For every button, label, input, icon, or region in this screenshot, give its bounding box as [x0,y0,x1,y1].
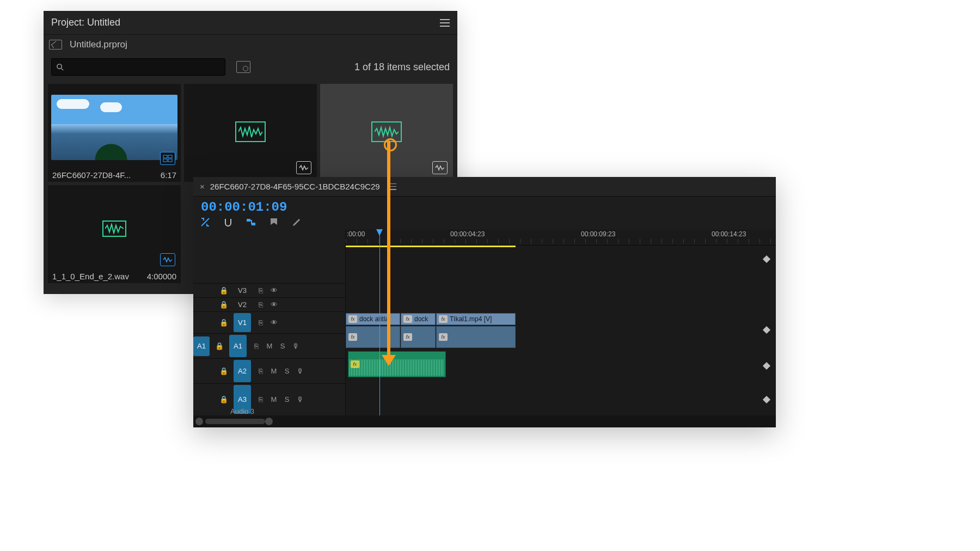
markers-icon[interactable] [268,217,279,228]
search-input[interactable] [51,58,225,76]
video-clip[interactable]: fx dock [401,313,436,325]
voiceover-icon[interactable]: 🎙 [289,342,302,350]
track-label[interactable]: A2 [234,360,251,382]
track-label[interactable]: V3 [234,285,251,296]
track-sublabel: Audio 3 [193,407,345,415]
mute-button[interactable]: M [267,367,280,375]
sequence-thumbnail [51,95,177,160]
clip-label: dock atitla [359,315,389,323]
svg-line-1 [61,68,63,70]
lock-icon[interactable]: 🔒 [217,367,230,375]
project-filename: Untitled.prproj [70,39,127,50]
voiceover-icon[interactable]: 🎙 [293,395,307,403]
mute-button[interactable]: M [267,395,280,403]
project-breadcrumb: Untitled.prproj [44,35,457,54]
audio-badge-icon [160,253,175,266]
svg-rect-7 [252,223,255,225]
snap-icon[interactable] [223,217,234,228]
timecode[interactable]: 00:00:01:09 [193,197,776,215]
sequence-name: 26FC6607-27D8-4F65-95CC-1BDCB24C9C29 [210,182,380,191]
bin-item-name: 1_1_0_End_e_2.wav [52,272,129,281]
bin-item-name: 26FC6607-27D8-4F... [52,170,131,180]
voiceover-icon[interactable]: 🎙 [293,367,307,375]
tracks: fx dock atitla fx dock fx TIkal1.mp4 [V]… [346,248,776,415]
audio-clip[interactable]: fx [401,326,436,348]
bin-item[interactable] [184,84,317,182]
project-title: Project: Untitled [51,17,120,28]
track-header-v1[interactable]: 🔒 V1 ⎘ 👁 [193,311,345,333]
svg-rect-6 [247,219,250,222]
sync-lock-icon[interactable]: ⎘ [254,301,267,309]
audio-badge-icon [296,161,311,174]
scroll-cap-icon[interactable] [265,418,273,425]
lock-icon[interactable]: 🔒 [217,286,230,295]
solo-button[interactable]: S [280,395,293,403]
track-header-v2[interactable]: 🔒 V2 ⎘ 👁 [193,297,345,311]
scroll-thumb[interactable] [205,419,265,424]
ruler-label: :00:00 [347,230,365,238]
audio-clip[interactable]: fx [346,326,400,348]
music-clip-selected[interactable]: fx [348,351,446,377]
bin-item[interactable]: 26FC6607-27D8-4F... 6:17 [48,84,181,182]
lock-icon[interactable]: 🔒 [217,301,230,309]
timeline-area[interactable]: :00:00 00:00:04:23 00:00:09:23 00:00:14:… [346,229,776,415]
track-label[interactable]: V2 [234,299,251,310]
work-area-bar[interactable] [346,246,516,247]
close-tab-icon[interactable]: × [200,182,205,191]
nest-toggle-icon[interactable] [200,217,211,228]
audio-badge-icon [432,161,448,174]
keyframe-column [764,256,770,394]
fx-badge-icon: fx [403,333,412,341]
scroll-cap-icon[interactable] [195,418,203,425]
playhead[interactable] [379,229,380,415]
linked-selection-icon[interactable] [246,217,256,228]
keyframe-diamond-icon[interactable] [763,362,770,370]
svg-rect-3 [168,155,172,158]
track-header-a1[interactable]: A1 🔒 A1 ⎘ M S 🎙 [193,333,345,358]
project-toolbar: 1 of 18 items selected [44,54,457,79]
solo-button[interactable]: S [280,367,293,375]
ruler-label: 00:00:04:23 [450,230,485,238]
clip-label: TIkal1.mp4 [V] [450,315,492,323]
lock-icon[interactable]: 🔒 [213,342,226,350]
audio-clip[interactable]: fx [436,326,516,348]
time-ruler[interactable]: :00:00 00:00:04:23 00:00:09:23 00:00:14:… [346,229,776,246]
svg-rect-5 [168,159,172,162]
fx-badge-icon: fx [439,315,448,323]
bin-item-selected[interactable] [320,84,453,182]
video-clip[interactable]: fx dock atitla [346,313,400,325]
audio-waveform-icon [371,121,402,142]
timeline-tab[interactable]: × 26FC6607-27D8-4F65-95CC-1BDCB24C9C29 [193,177,776,197]
keyframe-diamond-icon[interactable] [763,326,770,334]
bin-item[interactable]: 1_1_0_End_e_2.wav 4:00000 [48,185,181,283]
track-label[interactable]: V1 [234,313,251,332]
settings-icon[interactable] [291,217,302,228]
sequence-menu-icon[interactable] [389,183,396,190]
eye-icon[interactable]: 👁 [267,286,280,295]
source-patch[interactable]: A1 [193,336,210,356]
track-header-a2[interactable]: 🔒 A2 ⎘ M S 🎙 [193,358,345,383]
sync-lock-icon[interactable]: ⎘ [254,286,267,295]
mute-button[interactable]: M [263,342,276,350]
eye-icon[interactable]: 👁 [267,319,280,327]
sync-lock-icon[interactable]: ⎘ [254,395,267,403]
project-header: Project: Untitled [44,11,457,35]
solo-button[interactable]: S [276,342,289,350]
bin-item-duration: 4:00000 [147,272,176,281]
keyframe-diamond-icon[interactable] [763,255,770,263]
lock-icon[interactable]: 🔒 [217,319,230,327]
sync-lock-icon[interactable]: ⎘ [254,367,267,375]
sync-lock-icon[interactable]: ⎘ [250,342,263,350]
video-clip[interactable]: fx TIkal1.mp4 [V] [436,313,516,325]
lock-icon[interactable]: 🔒 [217,395,230,403]
track-header-v3[interactable]: 🔒 V3 ⎘ 👁 [193,283,345,297]
sync-lock-icon[interactable]: ⎘ [254,319,267,327]
new-search-bin-icon[interactable] [236,61,250,73]
audio-waveform-icon [102,221,126,237]
eye-icon[interactable]: 👁 [267,301,280,309]
bin-up-icon[interactable] [49,40,62,50]
timeline-panel: × 26FC6607-27D8-4F65-95CC-1BDCB24C9C29 0… [193,177,776,427]
track-label[interactable]: A1 [229,335,247,357]
horizontal-scrollbar[interactable] [193,415,776,427]
panel-menu-icon[interactable] [440,19,450,27]
